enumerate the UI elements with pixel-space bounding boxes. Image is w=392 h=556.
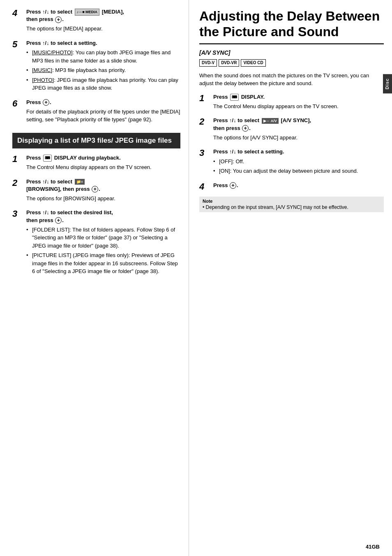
b-step-2-body: The options for [BROWSING] appear. xyxy=(26,195,180,203)
b-step-3-content: Press ↑/↓ to select the desired list,the… xyxy=(24,209,180,277)
r-display-icon: ⌨ xyxy=(230,94,239,101)
r-enter-circle-icon1: + xyxy=(242,125,249,132)
bullet-music-photo: [MUSIC/PHOTO]: You can play both JPEG im… xyxy=(26,49,180,65)
right-column: Adjusting the Delay Between the Picture … xyxy=(189,0,392,556)
avsync-icon: ▶↔ A/V xyxy=(262,118,279,124)
step-6-title: Press +. xyxy=(26,99,180,106)
step-5-number: 5 xyxy=(12,39,24,49)
r-step-3-title: Press ↑/↓ to select a setting. xyxy=(213,148,384,155)
step-4-number: 4 xyxy=(12,8,24,18)
r-step-4-number: 4 xyxy=(199,182,211,192)
note-text: • Depending on the input stream, [A/V SY… xyxy=(203,204,348,210)
r-step-1-content: Press ⌨ DISPLAY. The Control Menu displa… xyxy=(211,93,384,112)
b-step-1-content: Press ⌨ DISPLAY during playback. The Con… xyxy=(24,154,180,173)
r-step-3-content: Press ↑/↓ to select a setting. [OFF]: Of… xyxy=(211,148,384,176)
r-step-4-title: Press +. xyxy=(213,182,384,189)
b-step-2: 2 Press ↑/↓ to select 📁≡[BROWSING], then… xyxy=(12,178,180,204)
b-step-2-number: 2 xyxy=(12,178,24,188)
r-step-1-body: The Control Menu display appears on the … xyxy=(213,102,384,111)
display-icon: ⌨ xyxy=(43,155,52,162)
r-step-1-title: Press ⌨ DISPLAY. xyxy=(213,93,384,101)
step-5-title: Press ↑/↓ to select a setting. xyxy=(26,39,180,47)
r-step-2-title: Press ↑/↓ to select ▶↔ A/V [A/V SYNC],th… xyxy=(213,117,384,132)
disc-tab: Disc xyxy=(383,74,392,93)
left-column: 4 Press ↑/↓ to select ♪↔■ MEDIA [MEDIA],… xyxy=(0,0,189,556)
b-step-1-number: 1 xyxy=(12,154,24,164)
r-step-2-number: 2 xyxy=(199,117,211,127)
r-step-1-number: 1 xyxy=(199,93,211,103)
browsing-icon: 📁≡ xyxy=(75,179,85,185)
b-step-2-title: Press ↑/↓ to select 📁≡[BROWSING], then p… xyxy=(26,178,180,193)
enter-circle-icon2: + xyxy=(43,99,49,106)
r-step-4-content: Press +. xyxy=(211,182,384,191)
bullet-photo: [PHOTO]: JPEG image file playback has pr… xyxy=(26,76,180,92)
page-number: 41GB xyxy=(366,544,380,550)
step-4-body: The options for [MEDIA] appear. xyxy=(26,25,180,33)
step-5-bullets: [MUSIC/PHOTO]: You can play both JPEG im… xyxy=(26,49,180,92)
r-step-3: 3 Press ↑/↓ to select a setting. [OFF]: … xyxy=(199,148,384,176)
step-4-title: Press ↑/↓ to select ♪↔■ MEDIA [MEDIA],th… xyxy=(26,8,180,23)
bullet-music: [MUSIC]: MP3 file playback has priority. xyxy=(26,66,180,74)
b-step-3: 3 Press ↑/↓ to select the desired list,t… xyxy=(12,209,180,277)
step-6-content: Press +. For details of the playback pri… xyxy=(24,99,180,125)
bullet-on: [ON]: You can adjust the delay between p… xyxy=(213,167,384,175)
enter-circle-icon3: + xyxy=(92,186,98,192)
badge-dvd-vr: DVD-VR xyxy=(219,59,239,67)
r-step-2-body: The options for [A/V SYNC] appear. xyxy=(213,134,384,142)
badge-dvd-v: DVD-V xyxy=(199,59,217,67)
step-4: 4 Press ↑/↓ to select ♪↔■ MEDIA [MEDIA],… xyxy=(12,8,180,35)
step-4-content: Press ↑/↓ to select ♪↔■ MEDIA [MEDIA],th… xyxy=(24,8,180,35)
page-title: Adjusting the Delay Between the Picture … xyxy=(199,8,384,44)
bullet-picture-list: [PICTURE LIST] (JPEG image files only): … xyxy=(26,251,180,276)
b-step-1: 1 Press ⌨ DISPLAY during playback. The C… xyxy=(12,154,180,173)
note-box: Note • Depending on the input stream, [A… xyxy=(199,197,384,212)
badge-video-cd: VIDEO CD xyxy=(241,59,265,67)
r-step-1: 1 Press ⌨ DISPLAY. The Control Menu disp… xyxy=(199,93,384,112)
format-badges: DVD-V DVD-VR VIDEO CD xyxy=(199,59,384,67)
r-step-4: 4 Press +. xyxy=(199,182,384,192)
step-5-content: Press ↑/↓ to select a setting. [MUSIC/PH… xyxy=(24,39,180,94)
r-step-3-bullets: [OFF]: Off. [ON]: You can adjust the del… xyxy=(213,158,384,175)
r-step-3-number: 3 xyxy=(199,148,211,158)
intro-text: When the sound does not match the pictur… xyxy=(199,72,384,88)
enter-circle-icon4: + xyxy=(55,217,62,224)
r-step-2-content: Press ↑/↓ to select ▶↔ A/V [A/V SYNC],th… xyxy=(211,117,384,143)
note-label: Note xyxy=(203,199,380,204)
step-6-number: 6 xyxy=(12,99,24,109)
b-step-3-title: Press ↑/↓ to select the desired list,the… xyxy=(26,209,180,224)
r-enter-circle-icon2: + xyxy=(230,182,236,189)
b-step-1-body: The Control Menu display appears on the … xyxy=(26,163,180,171)
subtitle: [A/V SYNC] xyxy=(199,49,384,56)
enter-circle-icon: + xyxy=(55,16,62,23)
step-6-body: For details of the playback priority of … xyxy=(26,108,180,124)
r-step-2: 2 Press ↑/↓ to select ▶↔ A/V [A/V SYNC],… xyxy=(199,117,384,143)
step-5: 5 Press ↑/↓ to select a setting. [MUSIC/… xyxy=(12,39,180,94)
step-6: 6 Press +. For details of the playback p… xyxy=(12,99,180,125)
bullet-folder-list: [FOLDER LIST]: The list of folders appea… xyxy=(26,226,180,250)
b-step-3-number: 3 xyxy=(12,209,24,219)
media-icon: ♪↔■ MEDIA xyxy=(75,9,99,16)
b-step-1-title: Press ⌨ DISPLAY during playback. xyxy=(26,154,180,162)
section-heading: Displaying a list of MP3 files/ JPEG ima… xyxy=(12,133,180,148)
b-step-2-content: Press ↑/↓ to select 📁≡[BROWSING], then p… xyxy=(24,178,180,204)
b-step-3-bullets: [FOLDER LIST]: The list of folders appea… xyxy=(26,226,180,276)
bullet-off: [OFF]: Off. xyxy=(213,158,384,166)
